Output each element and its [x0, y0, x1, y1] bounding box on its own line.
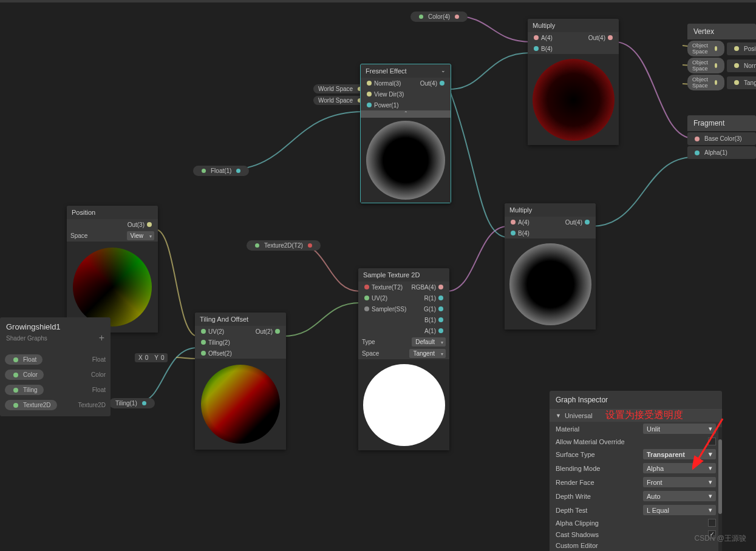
- stack-title: Fragment: [687, 115, 756, 131]
- property-chip[interactable]: Color: [5, 370, 44, 380]
- input-port-icon[interactable]: [695, 150, 700, 155]
- output-port-icon[interactable]: [440, 81, 444, 86]
- blackboard-item[interactable]: ColorColor: [5, 367, 106, 382]
- input-port-icon[interactable]: [367, 81, 372, 86]
- section-title: Universal: [565, 412, 593, 419]
- space-label: Space: [70, 232, 87, 239]
- vertex-stack[interactable]: Vertex Object SpacePosition(3) Object Sp…: [687, 24, 756, 90]
- output-port-icon[interactable]: [438, 285, 443, 289]
- position-port: Position(3): [744, 46, 756, 52]
- input-port-icon[interactable]: [734, 80, 739, 85]
- input-port-icon[interactable]: [695, 137, 700, 141]
- context-pill: Object Space: [687, 58, 724, 73]
- depthw-label: Depth Write: [556, 493, 643, 500]
- input-port-icon[interactable]: [364, 296, 369, 300]
- render-dropdown[interactable]: Front▾: [643, 477, 716, 487]
- property-type: Color: [91, 371, 106, 378]
- color-property-pill[interactable]: Color(4): [410, 12, 468, 22]
- input-port-icon[interactable]: [534, 35, 539, 40]
- output-port-icon[interactable]: [438, 328, 443, 333]
- float-property-pill[interactable]: Float(1): [193, 166, 249, 176]
- input-port-icon[interactable]: [534, 46, 539, 51]
- texture2d-property-pill[interactable]: Texture2D(T2): [247, 240, 321, 251]
- node-title: Fresnel Effect: [366, 67, 407, 75]
- inspector-scrollbar[interactable]: [718, 427, 722, 551]
- output-port-icon: [236, 169, 240, 173]
- property-chip[interactable]: Texture2D: [5, 400, 57, 410]
- offset-xy-input[interactable]: X 0 Y 0: [135, 353, 168, 362]
- output-port-icon[interactable]: [585, 220, 590, 225]
- space-dropdown[interactable]: Tangent: [409, 349, 446, 358]
- collapse-arrow-icon[interactable]: ▼: [556, 413, 561, 419]
- input-port-icon[interactable]: [734, 46, 739, 51]
- y-label: Y: [154, 354, 158, 361]
- output-port-icon[interactable]: [438, 306, 443, 311]
- property-type: Float: [92, 356, 106, 363]
- property-type: Float: [92, 387, 106, 393]
- input-port-icon[interactable]: [734, 63, 739, 68]
- input-port-icon[interactable]: [364, 306, 369, 311]
- input-port-icon[interactable]: [201, 329, 206, 334]
- a-port: A(1): [424, 328, 436, 334]
- sample-texture-node[interactable]: Sample Texture 2D Texture(T2) RGBA(4) UV…: [358, 268, 449, 450]
- blackboard-item[interactable]: TilingFloat: [5, 382, 106, 397]
- deptht-dropdown[interactable]: L Equal▾: [643, 505, 716, 515]
- type-dropdown[interactable]: Default: [412, 337, 446, 346]
- surface-dropdown[interactable]: Transparent▾: [643, 449, 716, 459]
- blending-dropdown[interactable]: Alpha▾: [643, 463, 716, 473]
- graph-canvas[interactable]: Color(4) Float(1) Texture2D(T2) Tiling(1…: [0, 3, 756, 551]
- alphaclip-checkbox[interactable]: [708, 519, 716, 527]
- node-title: Sample Texture 2D: [358, 268, 449, 282]
- blackboard-panel[interactable]: Growingshield1 Shader Graphs + FloatFloa…: [0, 317, 111, 416]
- output-port-icon[interactable]: [275, 329, 280, 334]
- tiling-property-pill[interactable]: Tiling(1): [109, 398, 155, 408]
- input-port-icon[interactable]: [511, 231, 516, 235]
- blackboard-item[interactable]: FloatFloat: [5, 352, 106, 367]
- input-port-icon[interactable]: [367, 103, 372, 107]
- multiply-node-2[interactable]: Multiply A(4) Out(4) B(4): [505, 203, 596, 330]
- property-chip[interactable]: Tiling: [5, 385, 44, 395]
- material-dropdown[interactable]: Unlit▾: [643, 424, 716, 434]
- add-property-button[interactable]: +: [99, 333, 104, 343]
- pill-label: Float(1): [211, 167, 231, 174]
- inspector-title: Graph Inspector: [550, 391, 722, 410]
- output-port-icon[interactable]: [147, 222, 152, 227]
- depthw-dropdown[interactable]: Auto▾: [643, 491, 716, 501]
- output-port-icon[interactable]: [608, 35, 613, 40]
- fragment-stack[interactable]: Fragment Base Color(3) Alpha(1): [687, 115, 756, 159]
- normal-port: Normal(3): [374, 80, 401, 87]
- y-value[interactable]: 0: [161, 354, 165, 361]
- property-dot-icon: [255, 243, 259, 248]
- pill-label: Color(4): [428, 13, 450, 20]
- power-port: Power(1): [374, 102, 399, 109]
- property-dot-icon: [202, 169, 206, 173]
- position-node[interactable]: Position Out(3) Space View: [67, 206, 158, 333]
- property-type: Texture2D: [78, 402, 106, 408]
- node-title: Multiply: [505, 203, 596, 217]
- input-port-icon[interactable]: [511, 220, 516, 225]
- collapse-toggle[interactable]: ⌃: [361, 110, 451, 118]
- blackboard-item[interactable]: Texture2DTexture2D: [5, 397, 106, 413]
- property-chip[interactable]: Float: [5, 354, 43, 365]
- override-checkbox[interactable]: [708, 438, 716, 445]
- output-port-icon[interactable]: [438, 296, 443, 300]
- pill-label: Texture2D(T2): [264, 242, 303, 249]
- fresnel-node[interactable]: Fresnel Effect ⌄ Normal(3) Out(4) View D…: [360, 64, 451, 203]
- b-port: B(4): [518, 230, 530, 237]
- alpha-port: Alpha(1): [704, 149, 727, 156]
- input-port-icon[interactable]: [367, 92, 372, 96]
- input-port-icon[interactable]: [201, 340, 206, 345]
- preview-sphere: [201, 365, 280, 444]
- chevron-down-icon[interactable]: ⌄: [441, 67, 446, 75]
- multiply-node-1[interactable]: Multiply A(4) Out(4) B(4): [528, 19, 619, 145]
- space-dropdown[interactable]: View: [127, 231, 155, 240]
- tiling-offset-node[interactable]: Tiling And Offset UV(2) Out(2) Tiling(2)…: [195, 313, 286, 450]
- graph-inspector-panel[interactable]: Graph Inspector 设置为接受透明度 ▼Universal Mate…: [550, 391, 722, 551]
- stack-title: Vertex: [687, 24, 756, 39]
- input-port-icon[interactable]: [364, 285, 369, 289]
- context-pill: Object Space: [687, 41, 724, 56]
- input-port-icon[interactable]: [201, 351, 206, 356]
- output-port-icon[interactable]: [438, 317, 443, 322]
- x-value[interactable]: 0: [145, 354, 149, 361]
- out-port-label: Out(3): [128, 221, 145, 228]
